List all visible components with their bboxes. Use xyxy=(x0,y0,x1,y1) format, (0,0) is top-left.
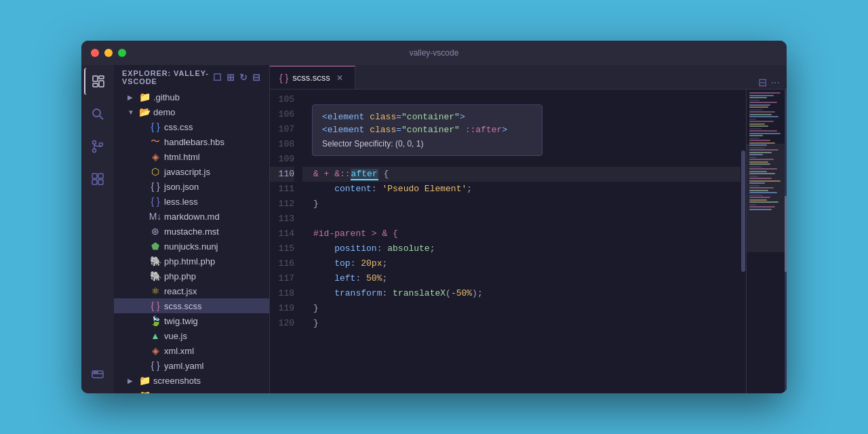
tree-item-nunj[interactable]: ⬟ nunjucks.nunj xyxy=(114,239,269,254)
tree-label: scss.scss xyxy=(164,301,202,311)
tree-label: php.php xyxy=(164,271,196,281)
tree-item-yaml[interactable]: { } yaml.yaml xyxy=(114,358,269,373)
code-line-113 xyxy=(302,212,746,226)
njk-icon: ⬟ xyxy=(149,240,161,252)
line-num-105: 105 xyxy=(270,92,294,107)
tree-item-php[interactable]: 🐘 php.php xyxy=(114,269,269,283)
vue-icon: ▲ xyxy=(149,330,161,342)
tree-item-vue[interactable]: ▲ vue.js xyxy=(114,328,269,343)
tooltip-tag2: <element xyxy=(322,125,370,135)
scrollbar-thumb[interactable] xyxy=(741,151,745,272)
refresh-icon[interactable]: ↻ xyxy=(239,72,248,83)
scrollbar-track[interactable] xyxy=(741,90,746,393)
code-line-116: top: 20px; xyxy=(302,256,746,271)
svg-rect-1 xyxy=(99,76,104,79)
line-num-111: 111 xyxy=(270,182,294,197)
tree-label: javascript.js xyxy=(164,167,210,177)
extensions-icon[interactable] xyxy=(84,165,111,193)
svg-point-17 xyxy=(96,372,98,373)
search-activity-icon[interactable] xyxy=(84,100,111,127)
main-content: EXPLORER: VALLEY-VSCODE ☐ ⊞ ↻ ⊟ ▶ 📁 .git… xyxy=(81,65,787,393)
html-icon: ◈ xyxy=(149,151,161,163)
tooltip-eq1: = xyxy=(396,112,401,122)
explorer-icon[interactable] xyxy=(84,68,111,95)
minimize-button[interactable] xyxy=(104,49,113,57)
tree-item-json[interactable]: { } json.json xyxy=(114,179,269,194)
close-button[interactable] xyxy=(91,49,99,57)
line-num-112: 112 xyxy=(270,197,294,212)
new-folder-icon[interactable]: ⊞ xyxy=(226,72,235,83)
tree-item-mst[interactable]: ⊛ mustache.mst xyxy=(114,224,269,239)
line-num-115: 115 xyxy=(270,241,294,256)
line-num-107: 107 xyxy=(270,122,294,137)
svg-point-7 xyxy=(93,149,96,153)
minimap-slider[interactable] xyxy=(747,144,787,252)
tree-item-github[interactable]: ▶ 📁 .github xyxy=(114,90,269,104)
titlebar: valley-vscode xyxy=(81,41,787,65)
tree-item-demo[interactable]: ▼ 📂 demo xyxy=(114,104,269,119)
tree-item-src[interactable]: ▶ 📁 src xyxy=(114,388,269,393)
php-icon: 🐘 xyxy=(149,255,161,267)
minimap-scrollbar-thumb[interactable] xyxy=(785,196,787,272)
tree-label: less.less xyxy=(164,197,198,207)
collapse-all-icon[interactable]: ⊟ xyxy=(252,72,261,83)
tooltip-attr2: class xyxy=(370,125,396,135)
line-num-113: 113 xyxy=(270,212,294,226)
line-num-106: 106 xyxy=(270,107,294,122)
tab-scss-icon: { } xyxy=(279,73,288,83)
tree-label: mustache.mst xyxy=(164,226,219,237)
source-control-icon[interactable] xyxy=(84,133,111,160)
titlebar-buttons xyxy=(91,49,126,57)
tree-item-md[interactable]: M↓ markdown.md xyxy=(114,209,269,224)
line-num-118: 118 xyxy=(270,286,294,301)
svg-rect-13 xyxy=(98,180,103,184)
split-editor-icon[interactable]: ⊟ xyxy=(758,76,767,89)
tree-item-scss[interactable]: { } scss.scss xyxy=(114,298,269,313)
line-num-109: 109 xyxy=(270,152,294,167)
code-area[interactable]: <element class="container"> <element cla… xyxy=(302,90,746,393)
tree-item-twig[interactable]: 🍃 twig.twig xyxy=(114,313,269,328)
tooltip-spec-label: Selector Specificity: xyxy=(322,139,395,149)
less-icon: { } xyxy=(149,195,161,208)
js-icon: ⬡ xyxy=(149,165,161,178)
tooltip-specificity: Selector Specificity: (0, 0, 1) xyxy=(322,139,532,149)
remote-explorer-icon[interactable] xyxy=(84,361,111,388)
new-file-icon[interactable]: ☐ xyxy=(213,72,222,83)
hover-tooltip: <element class="container"> <element cla… xyxy=(312,104,542,156)
tooltip-attr1: class xyxy=(370,112,396,122)
tab-scss[interactable]: { } scss.scss ✕ xyxy=(270,66,355,89)
tooltip-val2: "container" xyxy=(401,125,460,135)
editor-area: { } scss.scss ✕ ⊟ ··· 105 106 107 108 xyxy=(270,65,787,393)
tree-item-js[interactable]: ⬡ javascript.js xyxy=(114,164,269,179)
svg-rect-10 xyxy=(92,174,97,178)
tree-item-react[interactable]: ⚛ react.jsx xyxy=(114,283,269,298)
maximize-button[interactable] xyxy=(118,49,126,57)
line-num-119: 119 xyxy=(270,301,294,316)
tree-item-html[interactable]: ◈ html.html xyxy=(114,149,269,164)
tree-label: screenshots xyxy=(153,376,201,386)
tree-item-screenshots[interactable]: ▶ 📁 screenshots xyxy=(114,373,269,388)
tree-item-xml[interactable]: ◈ xml.xml xyxy=(114,343,269,358)
tree-label: xml.xml xyxy=(164,346,194,356)
vscode-window: valley-vscode xyxy=(81,41,787,393)
tab-close-button[interactable]: ✕ xyxy=(334,73,345,83)
tree-arrow: ▶ xyxy=(127,377,138,384)
tooltip-space xyxy=(460,125,465,135)
more-actions-icon[interactable]: ··· xyxy=(771,77,780,89)
tooltip-pseudo: ::after xyxy=(465,125,502,135)
tree-item-css[interactable]: { } css.css xyxy=(114,119,269,134)
tree-arrow: ▶ xyxy=(127,392,138,394)
tree-item-hbs[interactable]: 〜 handlebars.hbs xyxy=(114,134,269,149)
svg-rect-0 xyxy=(93,76,98,81)
tree-item-phphtml[interactable]: 🐘 php.html.php xyxy=(114,254,269,269)
tree-label: twig.twig xyxy=(164,316,198,326)
sidebar-tree: ▶ 📁 .github ▼ 📂 demo { } css.css xyxy=(114,90,269,393)
php-icon: 🐘 xyxy=(149,270,161,282)
tree-label: nunjucks.nunj xyxy=(164,241,218,252)
sidebar-header: EXPLORER: VALLEY-VSCODE ☐ ⊞ ↻ ⊟ xyxy=(114,65,269,90)
minimap xyxy=(746,90,787,393)
tree-item-less[interactable]: { } less.less xyxy=(114,194,269,209)
tree-label: .github xyxy=(153,92,180,102)
svg-point-16 xyxy=(94,372,96,373)
tree-label: react.jsx xyxy=(164,286,197,296)
